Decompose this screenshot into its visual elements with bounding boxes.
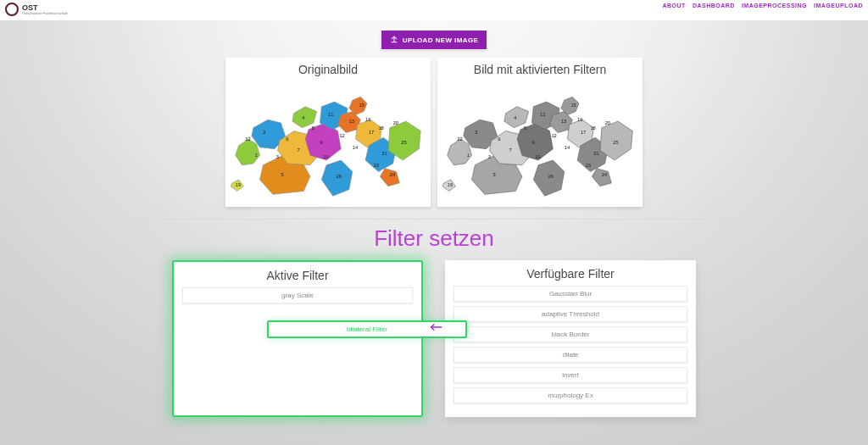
svg-text:10: 10 — [323, 154, 328, 159]
header-bar: OST Ostschweizer Fachhochschule ABOUT DA… — [0, 0, 868, 20]
svg-text:8: 8 — [524, 125, 526, 131]
svg-text:6: 6 — [498, 136, 500, 142]
ost-logo-icon — [5, 3, 19, 16]
nav-about[interactable]: ABOUT — [662, 3, 685, 8]
svg-text:1: 1 — [255, 153, 258, 158]
section-divider — [116, 219, 752, 220]
available-filter-chip[interactable]: black Border — [453, 326, 687, 342]
svg-text:19: 19 — [448, 182, 453, 187]
dragging-filter-chip[interactable]: bilateral Filter — [267, 320, 467, 338]
svg-text:1: 1 — [467, 153, 470, 158]
upload-icon — [390, 35, 398, 45]
svg-text:14: 14 — [353, 145, 359, 150]
available-filter-chip[interactable]: invert — [453, 367, 687, 383]
svg-text:25: 25 — [613, 140, 618, 145]
svg-text:17: 17 — [581, 130, 586, 135]
svg-text:24: 24 — [390, 172, 396, 177]
available-filter-chip[interactable]: Gaussian Blur — [453, 286, 687, 302]
svg-text:7: 7 — [298, 147, 300, 153]
svg-text:26: 26 — [548, 174, 554, 179]
brand-subtitle: Ostschweizer Fachhochschule — [22, 12, 68, 15]
upload-new-image-button[interactable]: UPLOAD NEW IMAGE — [381, 31, 487, 49]
svg-text:15: 15 — [359, 103, 364, 108]
filter-panels: Aktive Filter gray Scale Verfügbare Filt… — [172, 260, 696, 417]
svg-text:22: 22 — [245, 136, 250, 142]
svg-text:12: 12 — [339, 133, 344, 138]
upload-label: UPLOAD NEW IMAGE — [403, 36, 479, 44]
nav-dashboard[interactable]: DASHBOARD — [693, 3, 735, 8]
svg-text:6: 6 — [286, 136, 288, 142]
svg-text:23: 23 — [586, 163, 591, 168]
svg-text:11: 11 — [328, 112, 333, 117]
filtered-image-card: Bild mit aktivierten Filtern — [437, 58, 643, 207]
available-filters-panel[interactable]: Verfügbare Filter Gaussian Blur adaptive… — [445, 260, 696, 417]
svg-text:2: 2 — [475, 130, 477, 135]
svg-text:16: 16 — [577, 117, 582, 122]
nav-imageprocessing[interactable]: IMAGEPROCESSING — [742, 3, 807, 8]
svg-text:21: 21 — [593, 151, 598, 156]
active-filters-title: Aktive Filter — [266, 269, 328, 282]
svg-text:13: 13 — [561, 119, 566, 124]
available-filter-chip[interactable]: adaptive Threshold — [453, 306, 687, 322]
svg-text:23: 23 — [374, 163, 379, 168]
svg-text:7: 7 — [509, 147, 512, 153]
svg-text:12: 12 — [551, 133, 556, 138]
svg-text:9: 9 — [320, 140, 322, 145]
filtered-card-title: Bild mit aktivierten Filtern — [474, 63, 606, 76]
svg-text:9: 9 — [531, 140, 534, 145]
top-nav: ABOUT DASHBOARD IMAGEPROCESSING IMAGEUPL… — [662, 3, 863, 8]
svg-text:26: 26 — [337, 174, 342, 179]
image-cards-row: Originalbild — [225, 58, 643, 207]
original-image-card: Originalbild — [225, 58, 431, 207]
original-map: 22 2 5 7 9 11 13 15 17 21 25 24 26 19 — [225, 78, 431, 207]
available-filters-title: Verfügbare Filter — [526, 267, 615, 281]
svg-text:22: 22 — [457, 136, 462, 142]
original-card-title: Originalbild — [298, 63, 358, 76]
svg-text:24: 24 — [602, 172, 608, 177]
svg-text:3: 3 — [488, 154, 491, 159]
svg-text:5: 5 — [281, 172, 283, 177]
svg-text:5: 5 — [492, 172, 495, 177]
svg-text:19: 19 — [236, 182, 241, 187]
svg-text:20: 20 — [605, 120, 610, 125]
brand[interactable]: OST Ostschweizer Fachhochschule — [5, 3, 68, 16]
main-stage: UPLOAD NEW IMAGE Originalbild — [0, 20, 868, 445]
svg-text:21: 21 — [381, 151, 387, 156]
svg-text:13: 13 — [349, 119, 354, 124]
svg-text:11: 11 — [540, 112, 545, 117]
available-filter-chip[interactable]: morphology Ex — [453, 387, 687, 403]
svg-text:10: 10 — [535, 154, 540, 159]
svg-text:14: 14 — [565, 145, 570, 150]
svg-text:2: 2 — [263, 130, 265, 135]
svg-text:15: 15 — [570, 103, 576, 108]
nav-imageupload[interactable]: IMAGEUPLOAD — [814, 3, 863, 8]
svg-text:25: 25 — [401, 140, 406, 145]
filter-section-heading: Filter setzen — [374, 225, 494, 252]
svg-text:17: 17 — [369, 130, 374, 135]
filtered-map: 22 2 5 7 9 11 13 15 17 21 25 24 26 19 — [437, 78, 643, 207]
svg-text:18: 18 — [378, 125, 383, 131]
active-filters-panel[interactable]: Aktive Filter gray Scale — [172, 260, 423, 417]
active-filter-chip[interactable]: gray Scale — [182, 287, 413, 303]
svg-text:8: 8 — [312, 125, 314, 131]
svg-text:16: 16 — [365, 117, 370, 122]
available-filter-chip[interactable]: dilate — [453, 347, 687, 363]
svg-text:3: 3 — [276, 154, 279, 159]
svg-text:18: 18 — [590, 125, 595, 131]
svg-text:20: 20 — [393, 120, 398, 125]
